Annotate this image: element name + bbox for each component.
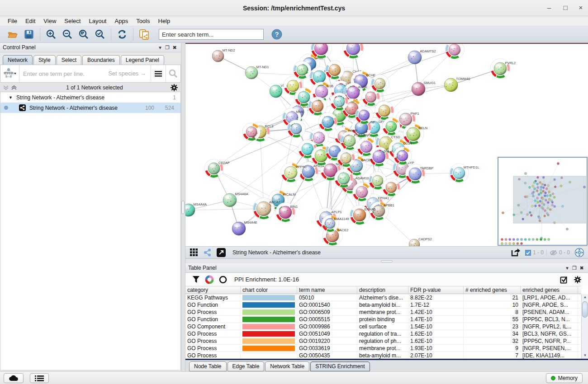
network-node[interactable] (357, 137, 376, 156)
network-tree-row[interactable]: ▼String Network - Alzheimer's disease1 (0, 92, 180, 103)
zoom-out-button[interactable] (60, 28, 75, 41)
table-scrollbar[interactable]: ▲ ▼ (581, 294, 588, 359)
pan-tool-button[interactable] (574, 248, 585, 258)
column-header-term-name[interactable]: term name (297, 286, 357, 294)
string-source-dropdown[interactable]: STRING (0, 65, 19, 82)
panel-menu-icon[interactable]: ▾ (156, 45, 164, 51)
network-node[interactable]: CD2AP (204, 159, 230, 178)
tab-node-table[interactable]: Node Table (189, 361, 227, 371)
column-header-category[interactable]: category (185, 286, 241, 294)
menu-help[interactable]: Help (154, 17, 175, 26)
column-header-chart-color[interactable]: chart color (241, 286, 297, 294)
network-node[interactable]: ADAMTS2 (408, 49, 436, 64)
tab-network[interactable]: Network (3, 55, 33, 65)
enrichment-row[interactable]: GO ProcessGO:0033619membrane prot...1.93… (185, 345, 581, 352)
tab-network-table[interactable]: Network Table (265, 361, 309, 371)
expand-all-icon[interactable] (11, 85, 19, 90)
menu-view[interactable]: View (39, 17, 60, 26)
scroll-down-icon[interactable]: ▼ (582, 352, 588, 359)
network-node[interactable] (382, 178, 400, 197)
network-node[interactable] (375, 101, 394, 120)
tab-legend-panel[interactable]: Legend Panel (121, 55, 164, 65)
tab-string-enrichment[interactable]: STRING Enrichment (310, 361, 370, 371)
network-node[interactable] (308, 97, 327, 116)
tab-select[interactable]: Select (57, 55, 81, 65)
network-node[interactable]: MS4A4E (232, 220, 257, 235)
network-node[interactable] (330, 93, 348, 111)
task-history-button[interactable] (30, 373, 49, 383)
chart-settings-button[interactable] (204, 275, 215, 285)
birds-eye-view[interactable] (498, 157, 588, 246)
minimize-button[interactable]: – (541, 0, 557, 16)
open-file-button[interactable] (5, 28, 20, 41)
panel-menu-icon[interactable]: ▾ (564, 265, 571, 271)
enrichment-row[interactable]: GO ProcessGO:0051049regulation of tra...… (185, 330, 581, 337)
tab-boundaries[interactable]: Boundaries (82, 55, 120, 65)
menu-apps[interactable]: Apps (111, 17, 133, 26)
filter-button[interactable] (190, 275, 202, 285)
panel-close-icon[interactable]: ✖ (578, 265, 585, 271)
enrichment-row[interactable]: GO ProcessGO:0050435beta-amyloid m...2.0… (185, 352, 581, 359)
network-node[interactable]: MS4A4A (185, 202, 207, 217)
export-network-button[interactable] (510, 248, 522, 258)
network-node[interactable] (334, 169, 353, 188)
enrichment-row[interactable]: GO ComponentGO:0009986cell surface1.54E-… (185, 323, 581, 330)
network-node[interactable]: MT-ND2 (212, 48, 235, 62)
cloud-tasks-button[interactable] (4, 373, 24, 383)
panel-divider[interactable] (185, 259, 588, 263)
enrichment-row[interactable]: GO FunctionGO:0001540beta-amyloid bi...1… (185, 301, 581, 309)
scroll-up-icon[interactable]: ▲ (582, 294, 588, 300)
network-node[interactable]: SMUG1 (412, 81, 436, 96)
network-node[interactable] (382, 117, 400, 136)
help-button[interactable]: ? (269, 28, 285, 41)
tab-edge-table[interactable]: Edge Table (228, 361, 265, 371)
network-node[interactable] (371, 75, 389, 93)
zoom-in-button[interactable] (43, 28, 59, 41)
save-session-button[interactable] (21, 28, 37, 41)
network-node[interactable]: CADPS2 (409, 237, 432, 246)
species-hint[interactable]: Set species → (108, 70, 146, 77)
menu-tools[interactable]: Tools (132, 17, 154, 26)
column-header-fdr-p-value[interactable]: FDR p-value (408, 286, 464, 294)
string-options-button[interactable] (151, 65, 166, 82)
menu-file[interactable]: File (4, 17, 21, 26)
network-node[interactable] (394, 147, 412, 165)
enrichment-row[interactable]: GO ProcessGO:0006509membrane prot...1.42… (185, 309, 581, 316)
enrichment-row[interactable]: GO FunctionGO:0005515protein binding1.47… (185, 316, 581, 323)
network-tree-row[interactable]: String Network - Alzheimer's disease1005… (0, 103, 180, 113)
table-settings-button[interactable] (572, 275, 583, 285)
network-node[interactable] (352, 183, 371, 201)
tree-expand-icon[interactable]: ▼ (9, 95, 13, 100)
refresh-button[interactable] (114, 28, 130, 41)
gear-icon[interactable] (170, 84, 178, 92)
network-node[interactable] (325, 61, 344, 80)
copy-network-button[interactable] (137, 28, 152, 41)
close-button[interactable]: × (573, 0, 588, 16)
splitter-collapse-handle[interactable] (181, 201, 185, 214)
search-input[interactable] (159, 29, 264, 40)
column-header-enriched-genes[interactable]: enriched genes (521, 286, 578, 294)
network-node[interactable] (287, 120, 305, 138)
memory-button[interactable]: Memory (546, 373, 583, 383)
network-node[interactable] (343, 43, 364, 59)
panel-float-icon[interactable]: ❐ (164, 45, 171, 51)
ring-chart-button[interactable] (217, 275, 229, 285)
maximize-button[interactable]: □ (557, 0, 574, 16)
network-node[interactable] (293, 61, 311, 79)
share-network-button[interactable] (202, 248, 213, 258)
network-node[interactable] (284, 76, 303, 95)
open-in-window-button[interactable] (215, 248, 227, 258)
network-node[interactable]: MTHFD1L (450, 164, 479, 183)
column-header-description[interactable]: description (357, 286, 408, 294)
network-node[interactable]: TARDBP (405, 164, 433, 184)
tab-style[interactable]: Style (33, 55, 56, 65)
menu-select[interactable]: Select (60, 17, 85, 26)
panel-float-icon[interactable]: ❐ (571, 265, 578, 271)
menu-edit[interactable]: Edit (21, 17, 39, 26)
network-node[interactable] (242, 123, 261, 141)
grid-view-button[interactable] (188, 248, 200, 258)
collapse-all-icon[interactable] (3, 85, 11, 90)
menu-layout[interactable]: Layout (85, 17, 110, 26)
string-search-button[interactable] (166, 65, 180, 82)
zoom-selected-button[interactable] (92, 28, 108, 41)
